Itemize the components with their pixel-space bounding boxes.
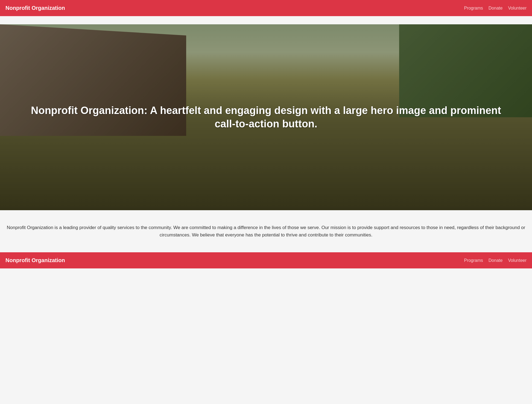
header-nav: Programs Donate Volunteer: [464, 6, 527, 11]
footer-nav: Programs Donate Volunteer: [464, 258, 527, 263]
header-logo[interactable]: Nonprofit Organization: [5, 5, 65, 11]
nav-volunteer[interactable]: Volunteer: [508, 6, 527, 11]
main-content: Nonprofit Organization is a leading prov…: [0, 210, 532, 252]
hero-section: Nonprofit Organization: A heartfelt and …: [0, 24, 532, 210]
nav-donate[interactable]: Donate: [489, 6, 503, 11]
footer-nav-volunteer[interactable]: Volunteer: [508, 258, 527, 263]
footer-nav-donate[interactable]: Donate: [489, 258, 503, 263]
site-footer: Nonprofit Organization Programs Donate V…: [0, 252, 532, 268]
nav-programs[interactable]: Programs: [464, 6, 483, 11]
main-description: Nonprofit Organization is a leading prov…: [5, 224, 527, 239]
site-header: Nonprofit Organization Programs Donate V…: [0, 0, 532, 16]
footer-logo: Nonprofit Organization: [5, 257, 65, 264]
hero-title: Nonprofit Organization: A heartfelt and …: [27, 104, 505, 131]
hero-content: Nonprofit Organization: A heartfelt and …: [27, 104, 505, 131]
footer-nav-programs[interactable]: Programs: [464, 258, 483, 263]
